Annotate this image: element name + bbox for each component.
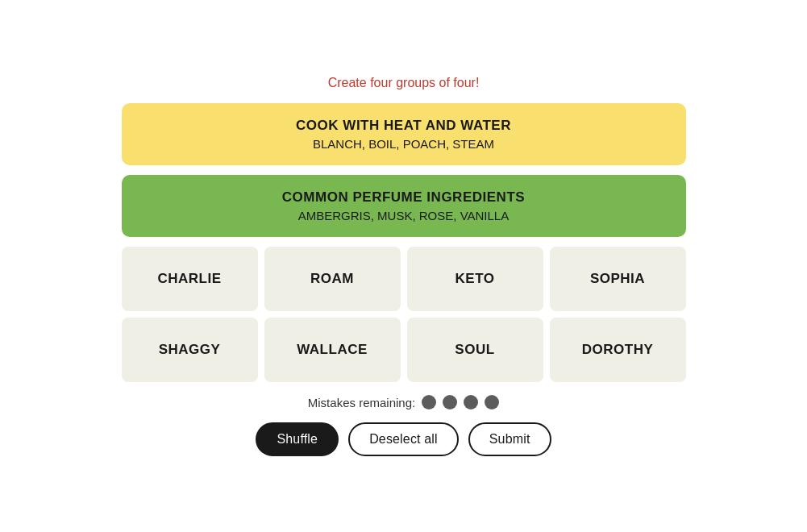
mistake-dot-2	[443, 395, 457, 409]
mistakes-row: Mistakes remaining:	[308, 395, 499, 409]
tile-keto[interactable]: KETO	[407, 247, 543, 311]
tile-charlie[interactable]: CHARLIE	[122, 247, 258, 311]
solved-group-yellow-words: BLANCH, BOIL, POACH, STEAM	[141, 137, 667, 151]
solved-group-yellow: COOK WITH HEAT AND WATER BLANCH, BOIL, P…	[122, 103, 686, 165]
solved-group-green-words: AMBERGRIS, MUSK, ROSE, VANILLA	[141, 209, 667, 222]
tile-sophia[interactable]: SOPHIA	[550, 247, 686, 311]
subtitle: Create four groups of four!	[328, 76, 480, 90]
solved-group-yellow-title: COOK WITH HEAT AND WATER	[141, 118, 667, 134]
buttons-row: Shuffle Deselect all Submit	[256, 422, 551, 456]
submit-button[interactable]: Submit	[468, 422, 551, 456]
tile-roam[interactable]: ROAM	[264, 247, 401, 311]
solved-group-green-title: COMMON PERFUME INGREDIENTS	[141, 189, 667, 206]
mistake-dot-3	[464, 395, 478, 409]
tile-dorothy[interactable]: DOROTHY	[550, 318, 686, 382]
mistake-dot-1	[422, 395, 436, 409]
mistake-dot-4	[485, 395, 499, 409]
deselect-all-button[interactable]: Deselect all	[348, 422, 459, 456]
tile-soul[interactable]: SOUL	[407, 318, 543, 382]
game-container: Create four groups of four! COOK WITH HE…	[122, 76, 686, 456]
mistakes-label: Mistakes remaining:	[308, 396, 415, 409]
tile-grid: CHARLIE ROAM KETO SOPHIA SHAGGY WALLACE …	[122, 247, 686, 382]
tile-shaggy[interactable]: SHAGGY	[122, 318, 258, 382]
solved-group-green: COMMON PERFUME INGREDIENTS AMBERGRIS, MU…	[122, 175, 686, 237]
shuffle-button[interactable]: Shuffle	[256, 422, 339, 456]
tile-wallace[interactable]: WALLACE	[264, 318, 401, 382]
